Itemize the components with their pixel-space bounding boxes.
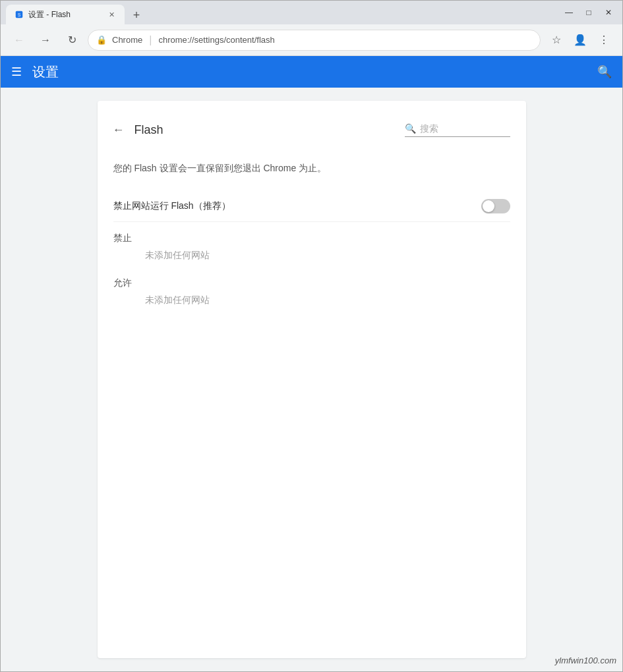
tab-favicon: S	[14, 9, 24, 20]
svg-text:S: S	[18, 13, 21, 17]
search-input[interactable]	[420, 123, 506, 134]
watermark: ylmfwin100.com	[555, 656, 616, 665]
reload-button[interactable]: ↻	[61, 30, 82, 51]
settings-panel: ← Flash 🔍 您的 Flash 设置会一直保留到您退出 Chrome 为止…	[98, 101, 526, 658]
new-tab-button[interactable]: +	[127, 6, 146, 24]
panel-back-button[interactable]: ←	[108, 119, 129, 140]
active-tab[interactable]: S 设置 - Flash ✕	[6, 5, 125, 24]
minimize-button[interactable]: —	[560, 6, 578, 19]
settings-search-icon[interactable]: 🔍	[597, 65, 612, 79]
panel-header: ← Flash 🔍	[98, 114, 526, 151]
forward-nav-button[interactable]: →	[35, 30, 56, 51]
info-text: 您的 Flash 设置会一直保留到您退出 Chrome 为止。	[113, 161, 510, 175]
window-controls: — □ ✕	[560, 6, 617, 19]
tab-title: 设置 - Flash	[28, 9, 102, 20]
flash-toggle[interactable]	[481, 199, 510, 213]
search-box: 🔍	[405, 123, 510, 137]
omnibox[interactable]: 🔒 Chrome | chrome://settings/content/fla…	[88, 30, 541, 51]
tabs-area: S 设置 - Flash ✕ +	[6, 1, 560, 24]
close-button[interactable]: ✕	[600, 6, 617, 19]
separator: |	[149, 34, 152, 46]
menu-button[interactable]: ⋮	[593, 30, 614, 51]
blocked-section-header: 禁止	[113, 233, 510, 244]
content-area: ← Flash 🔍 您的 Flash 设置会一直保留到您退出 Chrome 为止…	[1, 88, 622, 671]
toolbar-icons: ☆ 👤 ⋮	[546, 30, 614, 51]
url-display: chrome://settings/content/flash	[158, 35, 274, 45]
back-nav-button[interactable]: ←	[9, 30, 30, 51]
tab-close-button[interactable]: ✕	[106, 9, 117, 20]
main-content: ← Flash 🔍 您的 Flash 设置会一直保留到您退出 Chrome 为止…	[1, 88, 622, 671]
toggle-knob	[483, 200, 494, 212]
blocked-empty-text: 未添加任何网站	[145, 250, 510, 262]
toggle-label: 禁止网站运行 Flash（推荐）	[113, 200, 231, 212]
panel-title-row: ← Flash	[108, 119, 163, 140]
bookmark-button[interactable]: ☆	[546, 30, 567, 51]
browser-window: S 设置 - Flash ✕ + — □ ✕ ← → ↻ 🔒	[0, 0, 623, 672]
flash-toggle-row: 禁止网站运行 Flash（推荐）	[113, 191, 510, 222]
settings-header: ☰ 设置 🔍	[1, 56, 622, 88]
maximize-button[interactable]: □	[580, 6, 597, 19]
hamburger-icon[interactable]: ☰	[11, 65, 22, 79]
panel-title: Flash	[134, 123, 163, 137]
lock-icon: 🔒	[96, 35, 107, 45]
panel-body: 您的 Flash 设置会一直保留到您退出 Chrome 为止。 禁止网站运行 F…	[98, 151, 526, 333]
search-icon: 🔍	[405, 123, 416, 134]
allowed-section-header: 允许	[113, 277, 510, 289]
allowed-empty-text: 未添加任何网站	[145, 294, 510, 306]
profile-button[interactable]: 👤	[570, 30, 591, 51]
address-bar: ← → ↻ 🔒 Chrome | chrome://settings/conte…	[1, 24, 622, 56]
titlebar: S 设置 - Flash ✕ + — □ ✕	[1, 1, 622, 24]
brand-label: Chrome	[112, 35, 142, 45]
settings-page-title: 设置	[32, 63, 587, 81]
